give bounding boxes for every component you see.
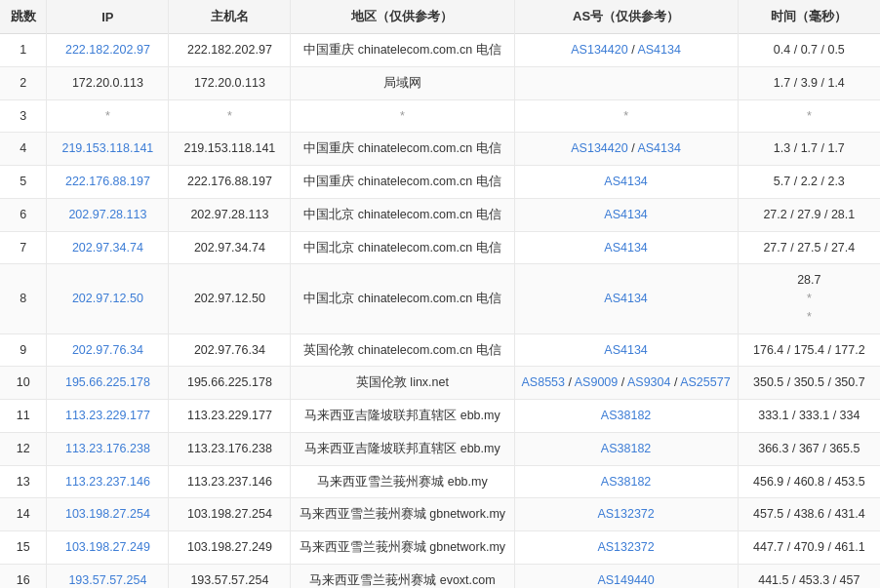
as-link[interactable]: AS4134: [604, 208, 647, 221]
cell-ip[interactable]: 202.97.76.34: [47, 333, 169, 367]
cell-time: 333.1 / 333.1 / 334: [738, 400, 880, 433]
cell-host: 202.97.12.50: [169, 264, 291, 333]
cell-time: 350.5 / 350.5 / 350.7: [738, 367, 880, 400]
cell-region: 英国伦敦 chinatelecom.com.cn 电信: [291, 333, 514, 367]
cell-ip[interactable]: 202.97.28.113: [47, 198, 169, 231]
ip-link[interactable]: 113.23.176.238: [65, 442, 150, 455]
cell-ip: *: [47, 99, 169, 133]
cell-host: 202.97.28.113: [169, 198, 291, 231]
table-row: 15103.198.27.249103.198.27.249马来西亚雪兰莪州赛城…: [0, 531, 880, 565]
table-row: 12113.23.176.238113.23.176.238马来西亚吉隆坡联邦直…: [0, 432, 880, 465]
cell-ip[interactable]: 103.198.27.249: [47, 531, 169, 565]
cell-hop: 9: [0, 333, 47, 367]
table-row: 9202.97.76.34202.97.76.34英国伦敦 chinatelec…: [0, 333, 880, 367]
cell-host: 113.23.176.238: [169, 432, 291, 465]
as-link[interactable]: AS38182: [601, 409, 651, 422]
ip-link[interactable]: 195.66.225.178: [65, 375, 150, 389]
cell-region: 马来西亚吉隆坡联邦直辖区 ebb.my: [291, 400, 514, 433]
cell-region: *: [291, 99, 514, 133]
cell-as[interactable]: AS132372: [514, 498, 738, 531]
cell-host: 113.23.229.177: [169, 400, 291, 433]
cell-as[interactable]: AS4134: [514, 231, 738, 264]
cell-hop: 4: [0, 133, 47, 166]
cell-time: 457.5 / 438.6 / 431.4: [738, 498, 880, 531]
cell-region: 中国北京 chinatelecom.com.cn 电信: [291, 198, 514, 231]
table-header-row: 跳数 IP 主机名 地区（仅供参考） AS号（仅供参考） 时间（毫秒）: [0, 0, 880, 34]
ip-link[interactable]: 219.153.118.141: [61, 141, 153, 155]
cell-hop: 12: [0, 432, 47, 465]
cell-as[interactable]: AS4134: [514, 198, 738, 231]
cell-ip[interactable]: 222.176.88.197: [47, 166, 169, 199]
table-row: 2172.20.0.113172.20.0.113局域网1.7 / 3.9 / …: [0, 66, 880, 99]
cell-ip[interactable]: 202.97.34.74: [47, 231, 169, 264]
cell-time: 366.3 / 367 / 365.5: [738, 432, 880, 465]
cell-as[interactable]: AS132372: [514, 531, 738, 565]
cell-time: 28.7**: [738, 264, 880, 333]
as-link[interactable]: AS4134: [637, 141, 680, 155]
cell-time: 0.4 / 0.7 / 0.5: [738, 34, 880, 67]
ip-link[interactable]: 202.97.12.50: [72, 292, 143, 305]
cell-as[interactable]: AS38182: [514, 465, 738, 498]
as-link[interactable]: AS38182: [601, 475, 651, 489]
as-link[interactable]: AS9009: [575, 375, 618, 389]
as-link[interactable]: AS134420: [571, 141, 627, 155]
as-link[interactable]: AS25577: [680, 375, 730, 389]
ip-link[interactable]: 202.97.28.113: [68, 208, 146, 221]
cell-host: *: [169, 99, 291, 133]
cell-as[interactable]: AS4134: [514, 333, 738, 367]
cell-ip[interactable]: 113.23.176.238: [47, 432, 169, 465]
cell-region: 中国重庆 chinatelecom.com.cn 电信: [291, 34, 514, 67]
ip-link[interactable]: 193.57.57.254: [68, 573, 146, 587]
cell-region: 马来西亚雪兰莪州赛城 gbnetwork.my: [291, 531, 514, 565]
cell-ip: 172.20.0.113: [47, 66, 169, 99]
as-link[interactable]: AS149440: [597, 573, 654, 587]
as-link[interactable]: AS8553: [522, 375, 565, 389]
cell-host: 103.198.27.249: [169, 531, 291, 565]
cell-hop: 3: [0, 99, 47, 133]
ip-link[interactable]: 113.23.237.146: [65, 475, 150, 489]
cell-ip[interactable]: 113.23.237.146: [47, 465, 169, 498]
cell-ip[interactable]: 113.23.229.177: [47, 400, 169, 433]
as-link[interactable]: AS132372: [597, 507, 654, 521]
cell-time: 1.7 / 3.9 / 1.4: [738, 66, 880, 99]
as-link[interactable]: AS132372: [597, 540, 654, 554]
ip-link[interactable]: 202.97.76.34: [72, 343, 143, 357]
cell-as[interactable]: AS4134: [514, 166, 738, 199]
ip-link[interactable]: 103.198.27.254: [65, 507, 150, 521]
as-link[interactable]: AS4134: [604, 241, 647, 255]
cell-hop: 16: [0, 564, 47, 588]
table-row: 8202.97.12.50202.97.12.50中国北京 chinatelec…: [0, 264, 880, 333]
cell-as[interactable]: AS4134: [514, 264, 738, 333]
table-row: 13113.23.237.146113.23.237.146马来西亚雪兰莪州赛城…: [0, 465, 880, 498]
cell-as[interactable]: AS38182: [514, 432, 738, 465]
cell-region: 马来西亚雪兰莪州赛城 ebb.my: [291, 465, 514, 498]
cell-ip[interactable]: 195.66.225.178: [47, 367, 169, 400]
cell-ip[interactable]: 219.153.118.141: [47, 133, 169, 166]
as-link[interactable]: AS4134: [604, 343, 647, 357]
cell-as[interactable]: AS134420 / AS4134: [514, 133, 738, 166]
cell-ip[interactable]: 222.182.202.97: [47, 34, 169, 67]
cell-ip[interactable]: 193.57.57.254: [47, 564, 169, 588]
as-link[interactable]: AS38182: [601, 442, 651, 455]
cell-as[interactable]: AS149440: [514, 564, 738, 588]
ip-link[interactable]: 202.97.34.74: [72, 241, 143, 255]
table-body: 1222.182.202.97222.182.202.97中国重庆 chinat…: [0, 34, 880, 589]
cell-as[interactable]: AS38182: [514, 400, 738, 433]
cell-region: 中国北京 chinatelecom.com.cn 电信: [291, 264, 514, 333]
as-link[interactable]: AS4134: [637, 43, 680, 57]
table-row: 11113.23.229.177113.23.229.177马来西亚吉隆坡联邦直…: [0, 400, 880, 433]
table-row: 7202.97.34.74202.97.34.74中国北京 chinatelec…: [0, 231, 880, 264]
ip-link[interactable]: 222.182.202.97: [65, 43, 150, 57]
ip-link[interactable]: 222.176.88.197: [65, 175, 150, 188]
cell-as[interactable]: AS8553 / AS9009 / AS9304 / AS25577: [514, 367, 738, 400]
cell-as[interactable]: AS134420 / AS4134: [514, 34, 738, 67]
as-link[interactable]: AS4134: [604, 175, 647, 188]
cell-ip[interactable]: 103.198.27.254: [47, 498, 169, 531]
ip-link[interactable]: 103.198.27.249: [65, 540, 150, 554]
table-row: 1222.182.202.97222.182.202.97中国重庆 chinat…: [0, 34, 880, 67]
ip-link[interactable]: 113.23.229.177: [65, 409, 150, 422]
as-link[interactable]: AS9304: [627, 375, 670, 389]
as-link[interactable]: AS4134: [604, 292, 647, 305]
as-link[interactable]: AS134420: [571, 43, 627, 57]
cell-ip[interactable]: 202.97.12.50: [47, 264, 169, 333]
